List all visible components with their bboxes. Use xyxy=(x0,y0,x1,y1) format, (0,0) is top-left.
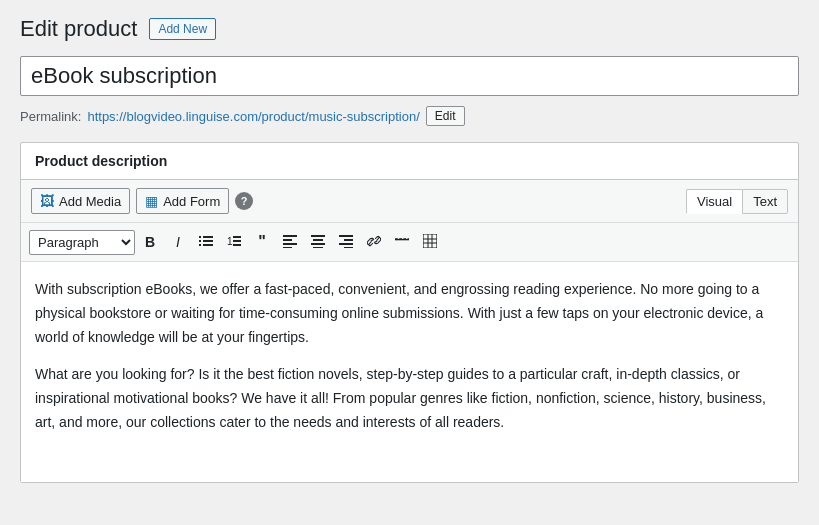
svg-rect-12 xyxy=(283,243,297,245)
permalink-edit-button[interactable]: Edit xyxy=(426,106,465,126)
editor-top-toolbar: 🖼 Add Media ▦ Add Form ? Visual Text xyxy=(21,180,798,223)
svg-rect-0 xyxy=(199,236,201,238)
align-left-button[interactable] xyxy=(277,229,303,255)
permalink-link[interactable]: https://blogvideo.linguise.com/product/m… xyxy=(87,109,419,124)
align-right-icon xyxy=(339,234,353,251)
text-tab[interactable]: Text xyxy=(742,189,788,214)
paragraph-select[interactable]: Paragraph Heading 1 Heading 2 Heading 3 … xyxy=(29,230,135,255)
svg-rect-19 xyxy=(344,239,353,241)
svg-rect-17 xyxy=(313,247,323,248)
italic-icon: I xyxy=(176,234,180,250)
blockquote-icon: " xyxy=(258,234,266,250)
more-icon xyxy=(395,234,409,251)
svg-rect-18 xyxy=(339,235,353,237)
add-form-button[interactable]: ▦ Add Form xyxy=(136,188,229,214)
svg-rect-21 xyxy=(344,247,353,248)
table-button[interactable] xyxy=(417,229,443,255)
svg-rect-5 xyxy=(203,244,213,246)
ordered-list-button[interactable]: 1. xyxy=(221,229,247,255)
svg-rect-11 xyxy=(283,239,292,241)
product-name-input[interactable] xyxy=(20,56,799,96)
svg-rect-14 xyxy=(311,235,325,237)
help-icon[interactable]: ? xyxy=(235,192,253,210)
svg-rect-20 xyxy=(339,243,353,245)
add-form-label: Add Form xyxy=(163,194,220,209)
editor-content[interactable]: With subscription eBooks, we offer a fas… xyxy=(21,262,798,482)
bold-icon: B xyxy=(145,234,155,250)
svg-rect-9 xyxy=(233,244,241,246)
svg-rect-10 xyxy=(283,235,297,237)
content-paragraph-1: With subscription eBooks, we offer a fas… xyxy=(35,278,784,349)
align-right-button[interactable] xyxy=(333,229,359,255)
meta-box-body: 🖼 Add Media ▦ Add Form ? Visual Text xyxy=(21,180,798,482)
unordered-list-button[interactable] xyxy=(193,229,219,255)
ul-icon xyxy=(199,234,213,251)
editor-toolbar-left: 🖼 Add Media ▦ Add Form ? xyxy=(31,188,253,214)
table-icon xyxy=(423,234,437,251)
visual-tab[interactable]: Visual xyxy=(686,189,742,214)
link-icon xyxy=(367,234,381,251)
editor-formatting-bar: Paragraph Heading 1 Heading 2 Heading 3 … xyxy=(21,223,798,262)
svg-rect-4 xyxy=(199,244,201,246)
svg-rect-7 xyxy=(233,236,241,238)
align-left-icon xyxy=(283,234,297,251)
svg-rect-3 xyxy=(203,240,213,242)
add-media-label: Add Media xyxy=(59,194,121,209)
link-button[interactable] xyxy=(361,229,387,255)
align-center-button[interactable] xyxy=(305,229,331,255)
svg-rect-15 xyxy=(313,239,323,241)
svg-rect-2 xyxy=(199,240,201,242)
permalink-label: Permalink: xyxy=(20,109,81,124)
permalink-row: Permalink: https://blogvideo.linguise.co… xyxy=(20,106,799,126)
italic-button[interactable]: I xyxy=(165,229,191,255)
add-form-icon: ▦ xyxy=(145,193,158,209)
add-media-button[interactable]: 🖼 Add Media xyxy=(31,188,130,214)
page-title: Edit product xyxy=(20,16,137,42)
more-button[interactable] xyxy=(389,229,415,255)
svg-rect-24 xyxy=(423,234,437,248)
blockquote-button[interactable]: " xyxy=(249,229,275,255)
align-center-icon xyxy=(311,234,325,251)
page-header: Edit product Add New xyxy=(20,16,799,42)
svg-rect-13 xyxy=(283,247,292,248)
visual-text-tabs: Visual Text xyxy=(686,189,788,214)
svg-rect-8 xyxy=(233,240,241,242)
content-paragraph-2: What are you looking for? Is it the best… xyxy=(35,363,784,434)
svg-rect-1 xyxy=(203,236,213,238)
add-new-button[interactable]: Add New xyxy=(149,18,216,40)
bold-button[interactable]: B xyxy=(137,229,163,255)
svg-rect-16 xyxy=(311,243,325,245)
ol-icon: 1. xyxy=(227,234,241,251)
product-description-box: Product description 🖼 Add Media ▦ Add Fo… xyxy=(20,142,799,483)
meta-box-title: Product description xyxy=(21,143,798,180)
add-media-icon: 🖼 xyxy=(40,193,54,209)
